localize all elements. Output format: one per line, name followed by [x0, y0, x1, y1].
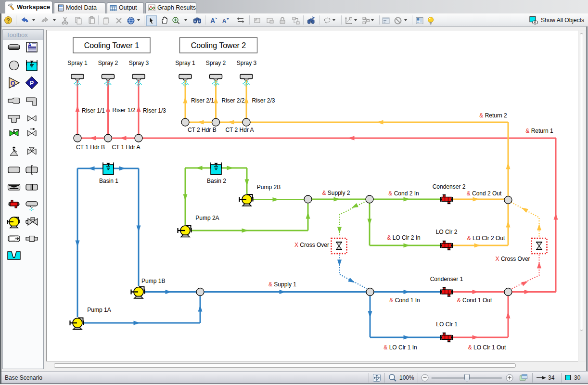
svg-text:& Cond 1 Out: & Cond 1 Out: [457, 297, 492, 304]
svg-text:& Return 2: & Return 2: [479, 112, 507, 119]
svg-text:& LO Clr 2 In: & LO Clr 2 In: [387, 234, 420, 241]
svg-text:LO Clr 2: LO Clr 2: [436, 229, 458, 235]
svg-text:CT 2 Hdr A: CT 2 Hdr A: [225, 127, 254, 133]
svg-text:Spray 2: Spray 2: [98, 60, 118, 66]
svg-text:& Cond 2 Out: & Cond 2 Out: [467, 190, 502, 197]
svg-text:Condenser 2: Condenser 2: [433, 183, 466, 190]
svg-text:Pump 1A: Pump 1A: [87, 307, 111, 313]
svg-text:Riser 2/2: Riser 2/2: [221, 97, 244, 104]
svg-text:CT 2 Hdr B: CT 2 Hdr B: [188, 127, 217, 133]
svg-text:Pump 2A: Pump 2A: [195, 215, 219, 221]
svg-text:CT 1 Hdr A: CT 1 Hdr A: [112, 144, 140, 151]
svg-text:Pump 1B: Pump 1B: [141, 278, 165, 284]
svg-text:Riser 2/1: Riser 2/1: [191, 97, 214, 104]
svg-text:LO Clr 1: LO Clr 1: [436, 321, 458, 328]
svg-text:P: P: [30, 80, 34, 87]
svg-text:Riser 1/2: Riser 1/2: [112, 107, 135, 114]
svg-text:& Supply 1: & Supply 1: [268, 281, 296, 288]
svg-text:X Cross Over: X Cross Over: [496, 256, 530, 262]
svg-text:Spray 1: Spray 1: [175, 60, 195, 66]
svg-text:Spray 3: Spray 3: [237, 60, 257, 66]
svg-text:Spray 2: Spray 2: [206, 60, 226, 66]
svg-text:Basin 2: Basin 2: [207, 178, 226, 184]
svg-text:Cooling Tower 1: Cooling Tower 1: [84, 41, 140, 50]
svg-text:& Cond 1 In: & Cond 1 In: [389, 297, 420, 304]
svg-text:& LO Clr 2 Out: & LO Clr 2 Out: [467, 235, 505, 242]
svg-text:Riser 2/3: Riser 2/3: [252, 97, 275, 104]
svg-text:Cooling Tower 2: Cooling Tower 2: [191, 41, 246, 50]
svg-text:& LO Clr 1 In: & LO Clr 1 In: [383, 344, 417, 351]
svg-text:A: A: [222, 18, 227, 25]
svg-text:& Cond 2 In: & Cond 2 In: [388, 190, 419, 197]
svg-text:Q: Q: [11, 80, 15, 87]
svg-text:A: A: [210, 17, 215, 25]
svg-text:CT 1 Hdr B: CT 1 Hdr B: [76, 144, 105, 151]
svg-text:& Supply 2: & Supply 2: [322, 190, 350, 196]
svg-text:Spray 1: Spray 1: [67, 60, 88, 66]
svg-text:& LO Clr 1 Out: & LO Clr 1 Out: [468, 344, 506, 351]
svg-text:Pump 2B: Pump 2B: [257, 184, 281, 191]
svg-text:X Cross Over: X Cross Over: [294, 242, 329, 248]
svg-text:Riser 1/1: Riser 1/1: [82, 107, 105, 114]
svg-text:Condenser 1: Condenser 1: [430, 276, 463, 282]
svg-text:& Return 1: & Return 1: [525, 128, 553, 134]
svg-text:?: ?: [6, 17, 10, 24]
svg-text:Basin 1: Basin 1: [99, 178, 118, 184]
svg-text:Spray 3: Spray 3: [129, 60, 149, 66]
svg-text:Riser 1/3: Riser 1/3: [143, 107, 166, 114]
svg-text:A: A: [28, 42, 31, 48]
